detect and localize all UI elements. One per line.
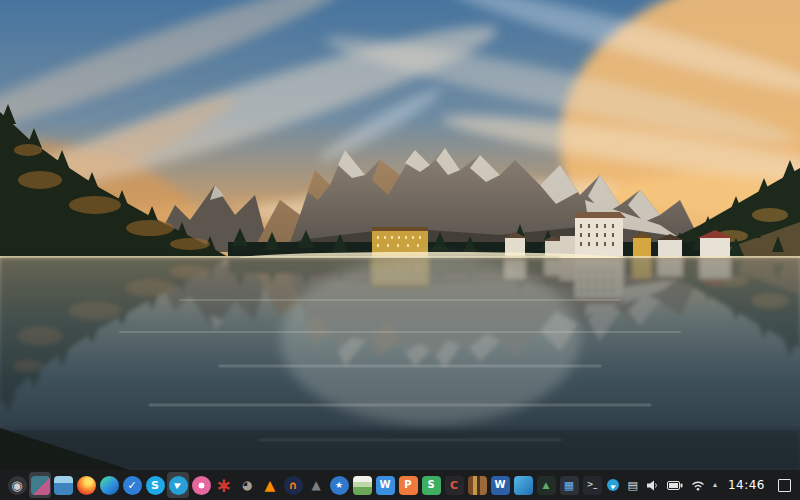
- rocket-app-icon[interactable]: ▲: [305, 472, 327, 498]
- input-method-icon[interactable]: ▤: [627, 480, 637, 491]
- blue-app-icon[interactable]: [512, 472, 534, 498]
- telegram-icon[interactable]: ▶: [167, 472, 189, 498]
- tray-expand-icon[interactable]: ▴: [713, 481, 717, 489]
- ticktick-icon[interactable]: ✓: [121, 472, 143, 498]
- telegram-tray-icon[interactable]: ▶: [607, 479, 619, 491]
- draw-app-icon[interactable]: [351, 472, 373, 498]
- skype-icon[interactable]: S: [144, 472, 166, 498]
- dock: ◉✓S▶∗◕▲∩▲★WPSCW▲▦>_ ▶ ▤ ▴ 14:46: [0, 470, 800, 500]
- wps-presentation-icon[interactable]: P: [397, 472, 419, 498]
- calculator-icon[interactable]: ▦: [558, 472, 580, 498]
- desktop: ◉✓S▶∗◕▲∩▲★WPSCW▲▦>_ ▶ ▤ ▴ 14:46: [0, 0, 800, 500]
- gimp-icon[interactable]: ◕: [236, 472, 258, 498]
- show-desktop-button[interactable]: [778, 479, 791, 492]
- file-manager-icon[interactable]: [52, 472, 74, 498]
- library-app-icon[interactable]: [466, 472, 488, 498]
- vlc-icon[interactable]: ▲: [259, 472, 281, 498]
- launcher-icon[interactable]: ◉: [6, 472, 28, 498]
- audacity-icon[interactable]: ∩: [282, 472, 304, 498]
- image-viewer-icon[interactable]: ▲: [535, 472, 557, 498]
- wps-spreadsheet-icon[interactable]: S: [420, 472, 442, 498]
- wps-writer-icon[interactable]: W: [374, 472, 396, 498]
- volume-icon[interactable]: [646, 479, 659, 492]
- edge-icon[interactable]: [98, 472, 120, 498]
- wifi-icon[interactable]: [691, 480, 705, 491]
- clock[interactable]: 14:46: [728, 478, 765, 492]
- deepin-music-icon[interactable]: [190, 472, 212, 498]
- starburst-app-icon[interactable]: ∗: [213, 472, 235, 498]
- system-tray: ▶ ▤ ▴ 14:46: [607, 470, 800, 500]
- wallpaper-image: [0, 0, 800, 470]
- word-app-icon[interactable]: W: [489, 472, 511, 498]
- media-app-icon[interactable]: C: [443, 472, 465, 498]
- firefox-icon[interactable]: [75, 472, 97, 498]
- app-store-icon[interactable]: ★: [328, 472, 350, 498]
- terminal-icon[interactable]: >_: [581, 472, 603, 498]
- screen-share-icon[interactable]: [29, 472, 51, 498]
- battery-icon[interactable]: [667, 480, 683, 491]
- dock-apps: ◉✓S▶∗◕▲∩▲★WPSCW▲▦>_: [0, 470, 603, 500]
